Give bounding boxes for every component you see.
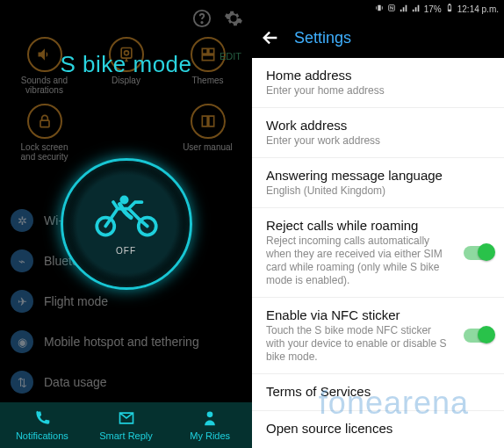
svg-rect-16 — [448, 10, 450, 11]
settings-header: Settings — [252, 18, 504, 58]
lock-icon — [27, 104, 62, 139]
envelope-icon — [118, 409, 135, 429]
vibrate-icon — [375, 4, 384, 14]
settings-item-answering-language[interactable]: Answering message language English (Unit… — [252, 158, 504, 208]
phone-icon — [33, 409, 51, 429]
gear-icon[interactable] — [224, 9, 243, 28]
settings-item-reject-roaming[interactable]: Reject calls while roaming Reject incomi… — [252, 208, 504, 298]
svg-point-11 — [207, 412, 213, 418]
list-item[interactable]: ⇅ Data usage — [9, 362, 243, 402]
svg-rect-12 — [378, 5, 380, 11]
settings-item-work-address[interactable]: Work address Enter your work address — [252, 108, 504, 158]
item-title: Work address — [266, 118, 490, 133]
quick-lockscreen[interactable]: Lock screen and security — [18, 104, 71, 162]
sbike-toggle-button[interactable]: OFF — [61, 158, 192, 290]
help-icon[interactable] — [192, 9, 212, 28]
item-subtitle: English (United Kingdom) — [266, 184, 490, 198]
settings-list: Home address Enter your home address Wor… — [252, 58, 504, 447]
toggle-switch[interactable] — [464, 329, 493, 343]
list-label: Mobile hotspot and tethering — [44, 335, 199, 349]
settings-item-terms[interactable]: Terms of Services — [252, 374, 504, 411]
settings-item-licences[interactable]: Open source licences — [252, 411, 504, 447]
rider-icon — [201, 409, 219, 429]
item-subtitle: Reject incoming calls automatically when… — [266, 235, 490, 287]
quick-label: User manual — [183, 142, 233, 152]
android-status-bar: 17% 12:14 p.m. — [252, 0, 504, 18]
svg-rect-7 — [40, 120, 49, 127]
nfc-icon — [387, 4, 396, 14]
tab-notifications[interactable]: Notifications — [0, 402, 84, 448]
hotspot-icon: ◉ — [11, 330, 33, 353]
list-item[interactable]: ◉ Mobile hotspot and tethering — [9, 322, 243, 362]
sbike-app-screen: EDIT Sounds and vibrations Display — [0, 0, 252, 448]
toggle-switch[interactable] — [464, 246, 493, 260]
bottom-tab-bar: Notifications Smart Reply My Rides — [0, 402, 252, 448]
tab-smartreply[interactable]: Smart Reply — [84, 402, 169, 448]
item-title: Enable via NFC sticker — [266, 307, 490, 322]
wifi-icon: ✲ — [11, 209, 33, 232]
tab-myrides[interactable]: My Rides — [168, 402, 252, 448]
item-subtitle: Enter your home address — [266, 84, 490, 98]
list-label: Flight mode — [44, 294, 108, 308]
quick-label: Sounds and vibrations — [18, 76, 71, 95]
battery-percent: 17% — [424, 4, 442, 14]
list-label: Data usage — [44, 375, 107, 389]
item-title: Home address — [266, 68, 490, 83]
manual-icon — [191, 104, 226, 139]
item-subtitle: Touch the S bike mode NFC sticker with y… — [266, 324, 490, 364]
svg-rect-15 — [449, 4, 450, 5]
svg-point-1 — [201, 22, 202, 23]
settings-screen: 17% 12:14 p.m. Settings Home address Ent… — [252, 0, 504, 448]
battery-icon — [445, 4, 454, 14]
tab-label: Notifications — [16, 430, 68, 441]
signal-icon-2 — [412, 4, 421, 14]
item-title: Reject calls while roaming — [266, 218, 490, 233]
signal-icon — [400, 4, 408, 14]
settings-item-nfc-sticker[interactable]: Enable via NFC sticker Touch the S bike … — [252, 298, 504, 374]
tab-label: Smart Reply — [99, 430, 153, 441]
clock: 12:14 p.m. — [457, 4, 499, 14]
sbike-title: S bike mode — [0, 51, 252, 78]
bluetooth-icon: ⌁ — [11, 249, 33, 272]
item-title: Open source licences — [266, 421, 490, 436]
toggle-state-label: OFF — [116, 246, 136, 256]
settings-item-home-address[interactable]: Home address Enter your home address — [252, 58, 504, 108]
back-arrow-icon[interactable] — [261, 28, 280, 47]
data-icon: ⇅ — [11, 371, 33, 394]
motorcycle-icon — [91, 193, 162, 241]
tab-label: My Rides — [190, 430, 230, 441]
airplane-icon: ✈ — [11, 290, 33, 313]
item-title: Answering message language — [266, 168, 490, 183]
header-title: Settings — [294, 29, 351, 47]
item-subtitle: Enter your work address — [266, 134, 490, 148]
quick-manual[interactable]: User manual — [182, 104, 234, 162]
item-title: Terms of Services — [266, 384, 490, 399]
